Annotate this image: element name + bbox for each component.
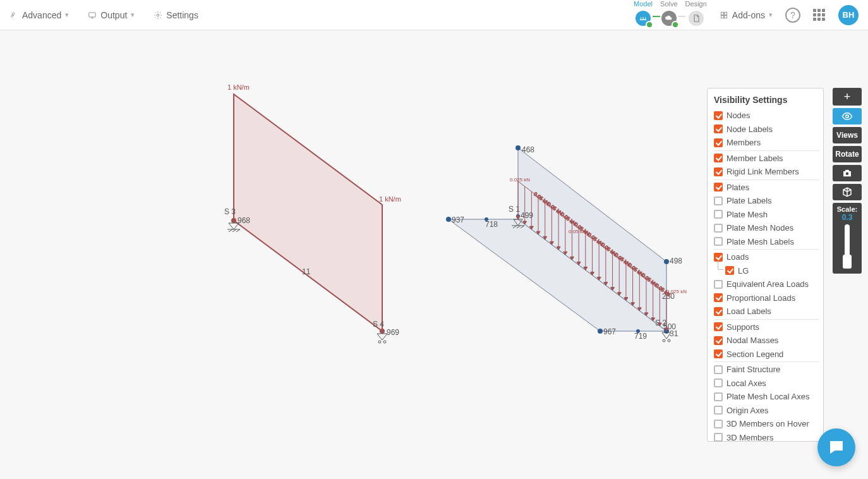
step-model[interactable]: Model [634, 1, 653, 26]
checkbox[interactable] [714, 379, 723, 387]
visibility-toggle-button[interactable] [833, 108, 862, 124]
screenshot-button[interactable] [833, 165, 862, 181]
vis-item-load-labels[interactable]: Load Labels [714, 305, 819, 320]
step-model-label: Model [634, 1, 653, 9]
rotate-button[interactable]: Rotate [833, 146, 862, 162]
scale-label: Scale: [833, 205, 862, 213]
vis-item-3d-members[interactable]: 3D Members [714, 431, 819, 445]
node-label-968: 968 [238, 216, 250, 225]
vis-item-label: Equivalent Area Loads [726, 278, 809, 291]
vis-item-loads[interactable]: Loads [714, 250, 819, 264]
vis-item-nodes[interactable]: Nodes [714, 109, 819, 123]
vis-item-rigid-link-members[interactable]: Rigid Link Members [714, 165, 819, 180]
vis-item-label: Member Labels [726, 152, 783, 165]
vis-item-plate-mesh-labels[interactable]: Plate Mesh Labels [714, 235, 819, 250]
advanced-menu[interactable]: Advanced ▾ [9, 10, 69, 20]
checkbox[interactable] [714, 183, 723, 191]
vis-item-plate-mesh-local-axes[interactable]: Plate Mesh Local Axes [714, 390, 819, 404]
svg-point-76 [846, 173, 849, 176]
support-roller-icon [377, 334, 387, 340]
checkbox[interactable] [714, 197, 723, 205]
cloud-icon [665, 14, 673, 23]
vis-item-nodal-masses[interactable]: Nodal Masses [714, 334, 819, 348]
checkbox[interactable] [725, 266, 734, 275]
eye-icon [841, 111, 853, 122]
vis-item-label: Supports [726, 321, 759, 334]
vis-item-plate-labels[interactable]: Plate Labels [714, 194, 819, 208]
model-viewport[interactable]: 1 kN/m 1 kN/m S 3 968 S 4 969 11 468 498… [0, 31, 868, 479]
checkbox[interactable] [714, 111, 723, 120]
checkbox[interactable] [714, 365, 723, 374]
vis-item-label: Plate Mesh Local Axes [726, 391, 810, 403]
vis-item-supports[interactable]: Supports [714, 320, 819, 334]
top-toolbar: Advanced ▾ Output ▾ Settings Model Solve [0, 0, 868, 30]
svg-point-9 [664, 259, 669, 264]
checkbox[interactable] [714, 349, 723, 358]
vis-item-plates[interactable]: Plates [714, 181, 819, 195]
load-label-right: 1 kN/m [379, 195, 401, 203]
slider-thumb[interactable] [843, 255, 852, 269]
vis-item-origin-axes[interactable]: Origin Axes [714, 404, 819, 418]
checkbox[interactable] [714, 433, 723, 442]
zoom-in-button[interactable]: + [833, 88, 862, 106]
output-menu[interactable]: Output ▾ [88, 10, 135, 20]
vis-item-label: Local Axes [726, 377, 766, 390]
vis-item-section-legend[interactable]: Section Legend [714, 348, 819, 363]
vis-item-label: Plate Mesh Labels [726, 236, 794, 248]
vis-item-label: Origin Axes [726, 404, 768, 417]
checkbox[interactable] [714, 237, 723, 246]
vis-item-3d-members-on-hover[interactable]: 3D Members on Hover [714, 417, 819, 431]
checkbox[interactable] [714, 138, 723, 147]
support-label-s4: S 4 [373, 320, 384, 329]
load-label-top: 1 kN/m [227, 83, 250, 91]
svg-rect-3 [724, 12, 726, 15]
checkbox[interactable] [714, 293, 723, 302]
vis-item-node-labels[interactable]: Node Labels [714, 123, 819, 136]
chevron-down-icon: ▾ [769, 11, 773, 19]
checkbox[interactable] [714, 406, 723, 415]
svg-rect-2 [721, 12, 723, 15]
vis-item-local-axes[interactable]: Local Axes [714, 377, 819, 391]
view3d-button[interactable] [833, 184, 862, 200]
output-label: Output [100, 10, 127, 20]
checkbox[interactable] [714, 253, 723, 262]
advanced-label: Advanced [22, 10, 61, 20]
settings-menu[interactable]: Settings [154, 10, 198, 20]
node-label-498: 498 [670, 257, 682, 265]
checkbox[interactable] [714, 307, 723, 316]
apps-menu[interactable] [813, 9, 826, 21]
vis-item-lg[interactable]: LG [725, 264, 819, 278]
checkbox[interactable] [714, 392, 723, 401]
step-model-circle [636, 11, 651, 26]
help-button[interactable]: ? [785, 8, 800, 23]
svg-point-8 [515, 145, 521, 150]
step-solve[interactable]: Solve [660, 1, 678, 26]
node-969 [380, 329, 385, 334]
vis-item-equivalent-area-loads[interactable]: Equivalent Area Loads [714, 277, 819, 291]
checkbox[interactable] [714, 154, 723, 162]
checkbox[interactable] [714, 210, 723, 219]
chat-button[interactable] [817, 428, 855, 466]
vis-item-members[interactable]: Members [714, 136, 819, 151]
scale-slider[interactable] [845, 224, 850, 269]
vis-item-proportional-loads[interactable]: Proportional Loads [714, 291, 819, 305]
user-avatar[interactable]: BH [838, 5, 859, 25]
checkbox[interactable] [714, 420, 723, 428]
svg-point-7 [383, 341, 386, 343]
checkbox[interactable] [714, 167, 723, 176]
checkbox[interactable] [714, 280, 723, 289]
step-design-label: Design [685, 1, 707, 9]
checkbox[interactable] [714, 336, 723, 345]
svg-point-1 [157, 14, 160, 16]
checkbox[interactable] [714, 322, 723, 331]
step-design[interactable]: Design [685, 1, 707, 26]
vis-item-faint-structure[interactable]: Faint Structure [714, 363, 819, 377]
checkbox[interactable] [714, 124, 723, 133]
vis-item-member-labels[interactable]: Member Labels [714, 152, 819, 166]
addons-menu[interactable]: Add-ons ▾ [720, 10, 773, 20]
vis-item-plate-mesh[interactable]: Plate Mesh [714, 208, 819, 222]
views-button[interactable]: Views [833, 127, 862, 143]
node-label-969: 969 [387, 328, 399, 337]
checkbox[interactable] [714, 224, 723, 233]
vis-item-plate-mesh-nodes[interactable]: Plate Mesh Nodes [714, 221, 819, 235]
